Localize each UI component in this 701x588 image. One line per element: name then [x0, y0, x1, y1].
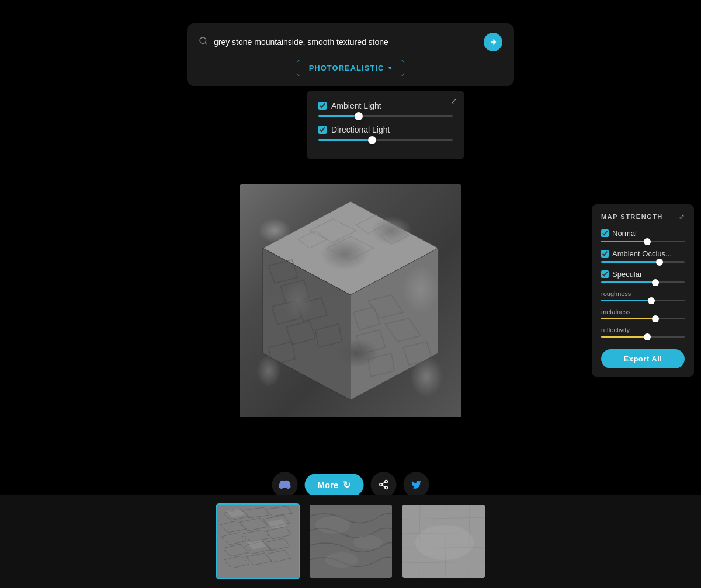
ambient-occlusion-checkbox[interactable]: [601, 250, 609, 258]
thumbnail-gallery: [0, 495, 701, 588]
svg-marker-23: [315, 324, 342, 347]
search-row: [199, 33, 502, 51]
ambient-occlusion-label-row: Ambient Occlus...: [601, 249, 685, 258]
svg-marker-11: [368, 295, 403, 318]
directional-light-fill: [318, 139, 372, 141]
svg-marker-17: [269, 260, 298, 283]
thumbnail-2[interactable]: [308, 503, 393, 579]
refresh-icon: ↻: [343, 479, 350, 490]
thumbnail-3[interactable]: [401, 503, 486, 579]
map-item-specular: Specular: [601, 270, 685, 283]
svg-marker-10: [380, 228, 409, 244]
lighting-panel: ⤢ Ambient Light Directional Light: [307, 91, 464, 159]
map-item-normal: Normal: [601, 229, 685, 242]
svg-line-27: [382, 485, 385, 487]
svg-line-28: [382, 482, 385, 484]
metalness-label: metalness: [601, 308, 685, 315]
search-submit-button[interactable]: [484, 33, 502, 51]
map-item-reflectivity: reflectivity: [601, 326, 685, 338]
specular-label: Specular: [612, 270, 642, 279]
metalness-fill: [601, 318, 655, 319]
ambient-light-thumb[interactable]: [355, 112, 363, 120]
normal-slider[interactable]: [601, 241, 685, 242]
metalness-slider[interactable]: [601, 318, 685, 319]
search-input[interactable]: [214, 37, 478, 47]
svg-marker-15: [368, 353, 394, 377]
specular-label-row: Specular: [601, 270, 685, 279]
ambient-occlusion-thumb[interactable]: [656, 259, 663, 266]
mode-button[interactable]: PHOTOREALISTIC ▾: [297, 60, 405, 76]
discord-button[interactable]: [272, 472, 298, 497]
directional-light-row: Directional Light: [318, 125, 453, 134]
roughness-slider[interactable]: [601, 300, 685, 301]
chevron-down-icon: ▾: [388, 65, 392, 71]
ambient-light-checkbox[interactable]: [318, 102, 327, 110]
svg-marker-9: [298, 231, 327, 248]
svg-marker-8: [327, 236, 374, 260]
reflectivity-slider[interactable]: [601, 336, 685, 338]
cube-svg: [240, 184, 461, 417]
svg-point-60: [415, 525, 474, 560]
discord-icon: [279, 479, 291, 490]
thumb3-svg: [402, 505, 486, 579]
action-buttons: More ↻: [272, 472, 429, 497]
roughness-fill: [601, 300, 651, 301]
export-all-button[interactable]: Export All: [601, 349, 685, 368]
share-icon: [378, 479, 388, 490]
ambient-occlusion-slider[interactable]: [601, 261, 685, 263]
more-button[interactable]: More ↻: [305, 474, 364, 496]
normal-checkbox[interactable]: [601, 229, 609, 237]
ambient-light-row: Ambient Light: [318, 101, 453, 110]
ambient-light-fill: [318, 115, 359, 117]
share-button[interactable]: [370, 472, 396, 497]
svg-marker-6: [310, 219, 356, 242]
svg-marker-14: [403, 342, 432, 365]
map-strength-title: MAP STRENGTH: [601, 213, 663, 220]
thumbnail-2-image: [310, 505, 392, 578]
svg-point-26: [385, 486, 388, 489]
directional-light-label: Directional Light: [331, 125, 390, 134]
map-strength-collapse-button[interactable]: ⤢: [679, 213, 685, 221]
specular-thumb[interactable]: [652, 279, 659, 286]
svg-point-51: [325, 552, 358, 568]
svg-point-0: [200, 37, 206, 44]
map-strength-panel: MAP STRENGTH ⤢ Normal Ambient Occlus... …: [592, 204, 694, 377]
svg-marker-22: [298, 298, 327, 321]
reflectivity-thumb[interactable]: [644, 333, 651, 340]
metalness-thumb[interactable]: [652, 315, 659, 322]
directional-light-thumb[interactable]: [368, 136, 376, 144]
cube-visual: [240, 184, 461, 417]
twitter-icon: [411, 479, 421, 490]
specular-checkbox[interactable]: [601, 270, 609, 278]
normal-fill: [601, 241, 647, 242]
svg-point-25: [380, 483, 383, 486]
directional-light-checkbox[interactable]: [318, 126, 327, 134]
lighting-panel-collapse-button[interactable]: ⤢: [450, 96, 457, 106]
ambient-light-item: Ambient Light: [318, 101, 453, 117]
ambient-light-label: Ambient Light: [331, 101, 381, 110]
svg-point-50: [353, 535, 383, 549]
roughness-thumb[interactable]: [648, 297, 655, 304]
svg-marker-18: [280, 280, 310, 304]
ambient-light-slider[interactable]: [318, 115, 453, 117]
svg-point-49: [315, 516, 350, 534]
thumb1-svg: [217, 505, 300, 579]
cube-container: [228, 175, 473, 426]
svg-line-1: [205, 43, 207, 44]
normal-label: Normal: [612, 229, 637, 238]
specular-slider[interactable]: [601, 281, 685, 283]
twitter-button[interactable]: [403, 472, 429, 497]
normal-label-row: Normal: [601, 229, 685, 238]
mode-label: PHOTOREALISTIC: [309, 64, 384, 72]
svg-marker-21: [269, 342, 295, 365]
thumbnail-1[interactable]: [216, 503, 300, 579]
svg-marker-4: [263, 248, 350, 400]
map-strength-header: MAP STRENGTH ⤢: [601, 213, 685, 221]
map-item-ambient-occlusion: Ambient Occlus...: [601, 249, 685, 263]
map-item-metalness: metalness: [601, 308, 685, 319]
reflectivity-label: reflectivity: [601, 326, 685, 333]
map-item-roughness: roughness: [601, 290, 685, 301]
reflectivity-fill: [601, 336, 647, 338]
normal-thumb[interactable]: [644, 238, 651, 245]
directional-light-slider[interactable]: [318, 139, 453, 141]
